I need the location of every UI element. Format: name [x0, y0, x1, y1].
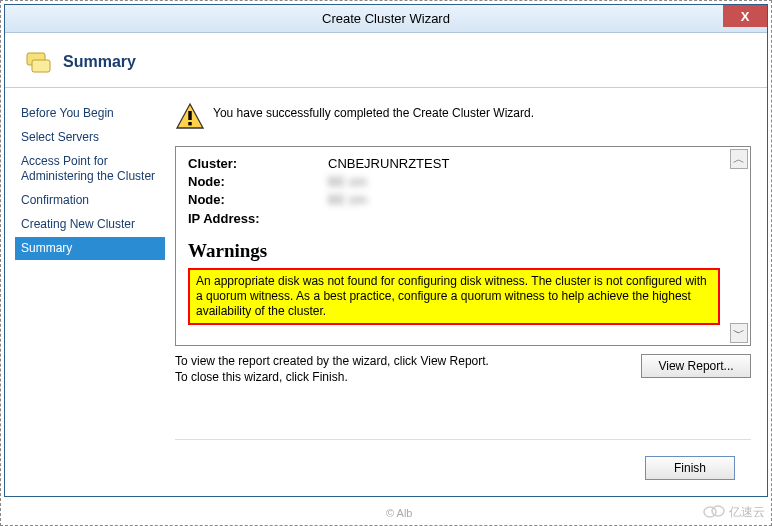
cluster-icon [23, 47, 53, 77]
report-row-node1: Node: BE om [188, 173, 720, 191]
watermark-right: 亿速云 [703, 504, 765, 521]
svg-rect-4 [188, 122, 191, 125]
sidebar-item-access-point[interactable]: Access Point for Administering the Clust… [15, 150, 165, 188]
warnings-heading: Warnings [188, 240, 720, 262]
close-icon: X [741, 9, 750, 24]
warning-triangle-icon [175, 102, 205, 132]
sidebar-item-summary[interactable]: Summary [15, 237, 165, 260]
chevron-down-icon: ﹀ [733, 325, 745, 342]
report-value-cluster: CNBEJRUNRZTEST [328, 155, 720, 173]
report-label: Node: [188, 191, 328, 209]
body: Before You Begin Select Servers Access P… [5, 88, 767, 496]
page-title: Summary [63, 53, 136, 71]
svg-rect-1 [32, 60, 50, 72]
watermark-text: 亿速云 [729, 504, 765, 521]
success-message: You have successfully completed the Crea… [213, 102, 534, 120]
watermark-left: © Alb [386, 507, 412, 519]
header: Summary [5, 33, 767, 88]
report-value-node2: BE om [328, 191, 720, 209]
sidebar-item-confirmation[interactable]: Confirmation [15, 189, 165, 212]
report-label: Node: [188, 173, 328, 191]
footer-line2: To close this wizard, click Finish. [175, 370, 641, 386]
footer-line1: To view the report created by the wizard… [175, 354, 641, 370]
main-panel: You have successfully completed the Crea… [165, 88, 767, 496]
sidebar-item-before-you-begin[interactable]: Before You Begin [15, 102, 165, 125]
wizard-window: Create Cluster Wizard X Summary Before Y… [4, 4, 768, 497]
scroll-down-button[interactable]: ﹀ [730, 323, 748, 343]
chevron-up-icon: ︿ [733, 151, 745, 168]
report-row-ip: IP Address: [188, 210, 720, 228]
report-value-ip [328, 210, 720, 228]
report-value-node1: BE om [328, 173, 720, 191]
view-report-button[interactable]: View Report... [641, 354, 751, 378]
outer-container: Create Cluster Wizard X Summary Before Y… [0, 0, 772, 526]
finish-button[interactable]: Finish [645, 456, 735, 480]
success-row: You have successfully completed the Crea… [175, 102, 751, 132]
scroll-up-button[interactable]: ︿ [730, 149, 748, 169]
warning-message-box: An appropriate disk was not found for co… [188, 268, 720, 325]
svg-point-6 [712, 506, 724, 516]
sidebar-item-select-servers[interactable]: Select Servers [15, 126, 165, 149]
report-box: ︿ ﹀ Cluster: CNBEJRUNRZTEST Node: BE om … [175, 146, 751, 346]
footer-text: To view the report created by the wizard… [175, 354, 641, 385]
cloud-icon [703, 504, 725, 521]
footer-row: To view the report created by the wizard… [175, 354, 751, 385]
report-label: IP Address: [188, 210, 328, 228]
report-row-cluster: Cluster: CNBEJRUNRZTEST [188, 155, 720, 173]
window-title: Create Cluster Wizard [322, 11, 450, 26]
close-button[interactable]: X [723, 5, 767, 27]
svg-rect-3 [188, 111, 191, 120]
titlebar: Create Cluster Wizard X [5, 5, 767, 33]
report-label: Cluster: [188, 155, 328, 173]
report-row-node2: Node: BE om [188, 191, 720, 209]
sidebar-item-creating-new-cluster[interactable]: Creating New Cluster [15, 213, 165, 236]
finish-row: Finish [175, 439, 751, 486]
wizard-steps-sidebar: Before You Begin Select Servers Access P… [5, 88, 165, 496]
